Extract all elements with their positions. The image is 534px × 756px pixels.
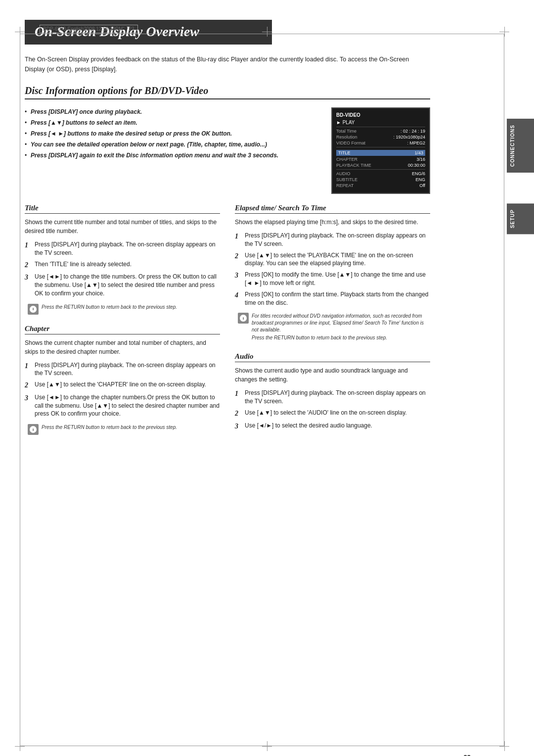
elapsed-section-heading: Elapsed time/ Search To Time	[235, 204, 430, 214]
osd-title-row: TITLE 1/43	[336, 150, 425, 156]
osd-play-icon: ► PLAY	[336, 120, 425, 125]
chapter-step-2: 2 Use [▲▼] to select the 'CHAPTER' line …	[25, 380, 220, 390]
title-step-1: 1 Press [DISPLAY] during playback. The o…	[25, 240, 220, 257]
chapter-note-box: i Press the RETURN button to return back…	[25, 422, 220, 437]
title-section-heading: Title	[25, 204, 220, 214]
osd-resolution: Resolution : 1920x1080p24	[336, 135, 425, 140]
chapter-step-3: 3 Use [◄►] to change the chapter numbers…	[25, 393, 220, 418]
audio-step-2: 2 Use [▲▼] to select the 'AUDIO' line on…	[235, 409, 430, 419]
bullet-3: Press [◄ ►] buttons to make the desired …	[25, 129, 321, 138]
crosshair-top-right	[499, 27, 509, 37]
title-note-box: i Press the RETURN button to return back…	[25, 302, 220, 317]
osd-info-section: Total Time : 02 : 24 : 19 Resolution : 1…	[336, 127, 425, 145]
osd-chapter-row: CHAPTER 3/16	[336, 157, 425, 162]
chapter-note-text: Press the RETURN button to return back t…	[42, 424, 177, 432]
crosshair-top-mid	[262, 27, 272, 37]
main-content: On-Screen Display Overview The On-Screen…	[25, 20, 499, 480]
chapter-note-icon: i	[28, 424, 39, 435]
left-border	[20, 34, 20, 746]
osd-video-format: VIDEO Format : MPEG2	[336, 141, 425, 145]
elapsed-note-text: For titles recorded without DVD navigati…	[252, 313, 427, 342]
crosshair-bottom-left	[15, 741, 25, 751]
osd-screenshot: BD-VIDEO ► PLAY Total Time : 02 : 24 : 1…	[331, 107, 430, 194]
audio-step-1: 1 Press [DISPLAY] during playback. The o…	[235, 389, 430, 406]
chapter-step-1: 1 Press [DISPLAY] during playback. The o…	[25, 361, 220, 378]
elapsed-section-desc: Shows the elapsed playing time [h:m:s], …	[235, 218, 430, 227]
osd-total-time: Total Time : 02 : 24 : 19	[336, 129, 425, 134]
elapsed-note-box: i For titles recorded without DVD naviga…	[235, 311, 430, 344]
disc-info-layout: Press [DISPLAY] once during playback. Pr…	[25, 107, 430, 194]
elapsed-step-3: 3 Press [OK] to modify the time. Use [▲▼…	[235, 271, 430, 287]
title-step-2: 2 Then 'TITLE' line is already selected.	[25, 260, 220, 270]
audio-steps-list: 1 Press [DISPLAY] during playback. The o…	[235, 389, 430, 431]
bullet-5: Press [DISPLAY] again to exit the Disc i…	[25, 151, 321, 160]
bullet-1: Press [DISPLAY] once during playback.	[25, 107, 321, 116]
audio-section-heading: Audio	[235, 352, 430, 362]
chapter-section-heading: Chapter	[25, 325, 220, 334]
bullet-4: You can see the detailed operation below…	[25, 140, 321, 149]
osd-playback-row: PLAYBACK TIME 00:30:00	[336, 163, 425, 168]
left-column: Title Shows the current title number and…	[25, 204, 220, 441]
chapter-section-desc: Shows the current chapter number and tot…	[25, 338, 220, 356]
page-stamp: BDP-6003-English2008.12.56:19PM˜ ` 23	[40, 25, 138, 33]
elapsed-step-4: 4 Press [OK] to confirm the start time. …	[235, 290, 430, 307]
title-section-desc: Shows the current title number and total…	[25, 218, 220, 236]
osd-audio-section: AUDIO ENG/6 SUBTITLE ENG REPEAT Off	[336, 169, 425, 188]
right-border	[504, 34, 504, 746]
osd-title-bar: BD-VIDEO	[336, 112, 425, 118]
sidebar-tab-setup: SETUP	[507, 203, 534, 234]
audio-step-3: 3 Use [◄/►] to select the desired audio …	[235, 422, 430, 431]
title-step-3: 3 Use [◄►] to change the title numbers. …	[25, 273, 220, 297]
title-note-text: Press the RETURN button to return back t…	[42, 304, 177, 312]
crosshair-top-left	[15, 27, 25, 37]
crosshair-bottom-right	[499, 741, 509, 751]
elapsed-step-2: 2 Use [▲▼] to select the 'PLAYBACK TIME'…	[235, 251, 430, 268]
osd-nav-section: TITLE 1/43 CHAPTER 3/16 PLAYBACK TIME 00…	[336, 147, 425, 168]
page-number-container: 23	[440, 754, 494, 756]
intro-paragraph: The On-Screen Display provides feedback …	[25, 54, 430, 74]
three-col-layout: Title Shows the current title number and…	[25, 204, 430, 441]
osd-audio-row: AUDIO ENG/6	[336, 171, 425, 176]
crosshair-bottom-mid	[262, 741, 272, 751]
bullet-list: Press [DISPLAY] once during playback. Pr…	[25, 107, 321, 160]
bullet-2: Press [▲▼] buttons to select an item.	[25, 118, 321, 127]
right-column: Elapsed time/ Search To Time Shows the e…	[235, 204, 430, 441]
elapsed-steps-list: 1 Press [DISPLAY] during playback. The o…	[235, 232, 430, 307]
osd-subtitle-row: SUBTITLE ENG	[336, 177, 425, 182]
osd-repeat-row: REPEAT Off	[336, 183, 425, 188]
chapter-steps-list: 1 Press [DISPLAY] during playback. The o…	[25, 361, 220, 419]
page-wrapper: BDP-6003-English2008.12.56:19PM˜ ` 23 CO…	[0, 20, 534, 756]
sidebar-tabs: CONNECTIONS SETUP	[507, 119, 534, 235]
page-number: 23	[464, 754, 471, 756]
disc-bullets: Press [DISPLAY] once during playback. Pr…	[25, 107, 321, 194]
elapsed-note-icon: i	[238, 313, 249, 324]
section-heading: Disc Information options for BD/DVD-Vide…	[25, 85, 430, 99]
title-note-icon: i	[28, 304, 39, 315]
title-steps-list: 1 Press [DISPLAY] during playback. The o…	[25, 240, 220, 298]
sidebar-tab-connections: CONNECTIONS	[507, 119, 534, 173]
elapsed-step-1: 1 Press [DISPLAY] during playback. The o…	[235, 232, 430, 248]
audio-section-desc: Shows the current audio type and audio s…	[235, 366, 430, 384]
